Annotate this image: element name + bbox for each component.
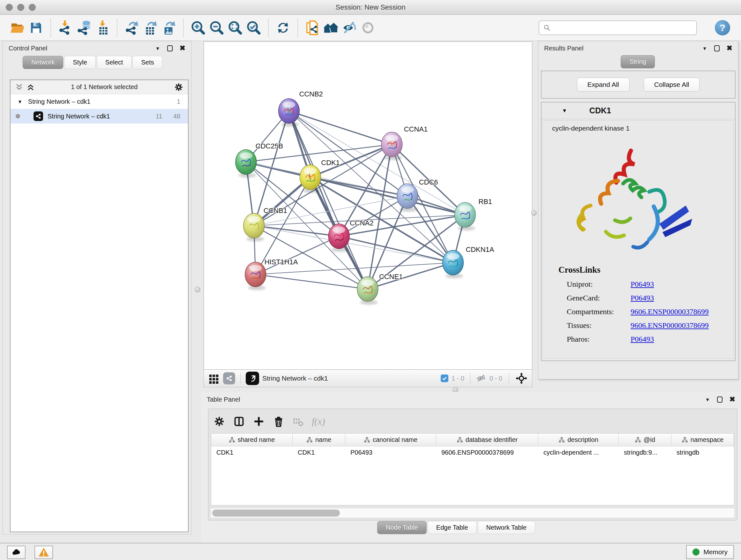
refresh-view-icon[interactable] [274,18,292,38]
table-cell[interactable]: P06493 [345,446,436,460]
zoom-selected-icon[interactable] [245,18,263,38]
import-network-database-icon[interactable] [75,18,93,38]
gear-icon[interactable] [213,416,225,427]
expand-all-button[interactable]: Expand All [577,78,630,91]
export-table-icon[interactable] [141,18,159,38]
table-cell[interactable]: stringdb [671,446,734,460]
network-collection-row[interactable]: ▼ String Network – cdk1 1 [10,94,188,109]
crosslink-link[interactable]: 9606.ENSP00000378699 [630,307,709,316]
network-canvas[interactable]: CCNB2CCNA1CDC25BCDK1CDC6RB1CCNB1CCNA2CDK… [204,42,532,370]
entry-expander-icon[interactable]: ▼ [562,108,567,114]
search-input[interactable] [551,24,692,32]
network-node-hist1h1a[interactable]: HIST1H1A [245,258,298,290]
collapse-all-button[interactable]: Collapse All [644,78,700,91]
table-horizontal-scrollbar[interactable] [211,508,734,517]
panel-menu-icon[interactable]: ▼ [705,397,710,402]
open-session-icon[interactable] [8,18,27,38]
network-row[interactable]: String Network – cdk1 11 48 [10,109,188,124]
share-document-icon[interactable] [303,18,322,38]
crosslink-link[interactable]: P06493 [630,294,654,302]
expand-all-icon[interactable] [26,83,35,91]
maximize-window-button[interactable] [29,4,36,11]
network-edge[interactable] [289,111,367,289]
zoom-out-icon[interactable] [207,18,226,38]
tab-network-table[interactable]: Network Table [478,521,535,534]
hidden-eye-slash-icon[interactable] [476,373,486,383]
network-node-ccnb2[interactable]: CCNB2 [279,90,323,127]
hide-selected-icon[interactable] [340,18,359,38]
network-node-rb1[interactable]: RB1 [455,198,492,231]
minimize-window-button[interactable] [17,4,24,11]
tab-sets[interactable]: Sets [132,56,162,69]
column-header--id[interactable]: @id [619,434,671,446]
add-column-icon[interactable] [253,416,265,427]
tab-edge-table[interactable]: Edge Table [428,521,477,534]
close-panel-icon[interactable]: ✖ [727,45,732,52]
import-table-file-icon[interactable] [93,18,112,38]
memory-button[interactable]: Memory [686,545,734,559]
export-network-icon[interactable] [123,18,141,38]
return-home-icon[interactable] [322,18,340,38]
collapse-all-icon[interactable] [15,83,23,91]
tab-node-table[interactable]: Node Table [377,521,427,534]
float-panel-icon[interactable] [714,45,720,51]
column-header-description[interactable]: description [538,434,619,446]
network-node-ccna1[interactable]: CCNA1 [381,125,428,160]
tree-expander-icon[interactable]: ▼ [17,99,22,105]
pan-move-icon[interactable] [515,372,528,384]
table-row[interactable]: CDK1CDK1P064939606.ENSP00000378699cyclin… [211,446,734,460]
table-cell[interactable]: stringdb:9... [619,446,671,460]
entry-header[interactable]: ▼ CDK1 [542,103,735,119]
network-edge[interactable] [289,111,465,215]
show-column-icon[interactable] [233,416,245,427]
column-header-database-identifier[interactable]: database identifier [436,434,538,446]
network-node-ccnb1[interactable]: CCNB1 [244,206,287,241]
crosslink-link[interactable]: P06493 [630,280,654,288]
help-button[interactable]: ? [715,20,730,36]
table-cell[interactable]: 9606.ENSP00000378699 [436,446,538,460]
import-network-file-icon[interactable] [56,18,75,38]
table-cell[interactable]: CDK1 [293,446,345,460]
table-cell[interactable]: CDK1 [211,446,293,460]
save-session-icon[interactable] [27,18,45,38]
network-overview-toggle-icon[interactable] [223,372,235,384]
splitter-grip[interactable] [195,287,200,293]
panel-menu-icon[interactable]: ▼ [702,46,707,51]
column-header-canonical-name[interactable]: canonical name [345,434,436,446]
export-image-icon[interactable] [159,18,178,38]
gear-icon[interactable] [174,82,184,92]
column-header-namespace[interactable]: namespace [671,434,734,446]
close-window-button[interactable] [6,4,13,11]
crosslink-link[interactable]: P06493 [630,335,654,343]
panel-menu-icon[interactable]: ▼ [155,46,160,51]
column-header-shared-name[interactable]: shared name [211,434,293,446]
network-node-ccne1[interactable]: CCNE1 [357,273,403,305]
toggle-visibility-icon[interactable] [359,18,377,38]
splitter-grip[interactable] [531,210,537,216]
network-edge[interactable] [289,111,392,145]
tab-string[interactable]: String [621,55,655,68]
network-edge[interactable] [256,274,367,289]
tab-network[interactable]: Network [23,56,63,69]
scrollbar-thumb[interactable] [212,509,340,516]
selected-checkbox-icon[interactable] [441,374,448,382]
network-edge[interactable] [339,236,453,263]
close-panel-icon[interactable]: ✖ [180,45,185,52]
tab-style[interactable]: Style [64,56,95,69]
detach-view-icon[interactable] [246,372,259,385]
tab-select[interactable]: Select [97,56,132,69]
network-node-cdkn1a[interactable]: CDKN1A [443,246,494,278]
column-header-name[interactable]: name [293,434,345,446]
zoom-in-icon[interactable] [189,18,207,38]
birds-eye-grid-icon[interactable] [208,373,219,384]
close-panel-icon[interactable]: ✖ [730,396,735,403]
zoom-fit-content-icon[interactable] [226,18,245,38]
float-panel-icon[interactable] [167,45,173,51]
network-edge[interactable] [310,177,465,215]
table-cell[interactable]: cyclin-dependent ... [538,446,619,460]
crosslink-link[interactable]: 9606.ENSP00000378699 [630,321,709,329]
network-visibility-dot[interactable] [16,114,20,118]
delete-column-icon[interactable] [273,416,284,427]
warnings-button[interactable] [35,546,53,559]
network-edge[interactable] [256,236,339,274]
